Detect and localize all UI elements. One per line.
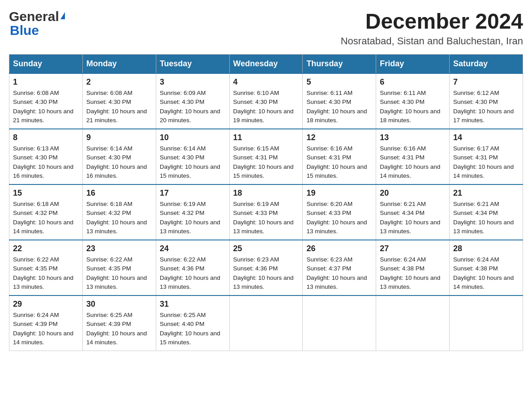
day-number: 28 [453, 244, 519, 253]
day-info: Sunrise: 6:23 AM Sunset: 4:37 PM Dayligh… [306, 255, 372, 291]
day-info: Sunrise: 6:08 AM Sunset: 4:30 PM Dayligh… [13, 89, 79, 125]
day-info: Sunrise: 6:22 AM Sunset: 4:35 PM Dayligh… [86, 255, 152, 291]
calendar-cell [376, 295, 450, 351]
day-number: 6 [380, 77, 446, 87]
day-number: 15 [13, 188, 79, 198]
day-number: 22 [13, 244, 79, 253]
day-number: 9 [86, 133, 152, 142]
calendar-cell: 27 Sunrise: 6:24 AM Sunset: 4:38 PM Dayl… [376, 240, 450, 295]
day-info: Sunrise: 6:18 AM Sunset: 4:32 PM Dayligh… [86, 200, 152, 236]
day-info: Sunrise: 6:25 AM Sunset: 4:40 PM Dayligh… [160, 311, 226, 347]
calendar-cell: 20 Sunrise: 6:21 AM Sunset: 4:34 PM Dayl… [376, 184, 450, 240]
day-info: Sunrise: 6:16 AM Sunset: 4:31 PM Dayligh… [306, 144, 372, 180]
day-number: 3 [160, 77, 226, 87]
calendar-cell: 29 Sunrise: 6:24 AM Sunset: 4:39 PM Dayl… [9, 295, 83, 351]
column-header-tuesday: Tuesday [156, 55, 229, 74]
day-number: 14 [453, 133, 519, 142]
day-info: Sunrise: 6:23 AM Sunset: 4:36 PM Dayligh… [233, 255, 299, 291]
title-area: December 2024 Nosratabad, Sistan and Bal… [341, 9, 523, 47]
day-info: Sunrise: 6:22 AM Sunset: 4:35 PM Dayligh… [13, 255, 79, 291]
calendar-cell: 26 Sunrise: 6:23 AM Sunset: 4:37 PM Dayl… [303, 240, 376, 295]
day-info: Sunrise: 6:19 AM Sunset: 4:32 PM Dayligh… [160, 200, 226, 236]
calendar-cell: 22 Sunrise: 6:22 AM Sunset: 4:35 PM Dayl… [9, 240, 83, 295]
calendar-cell: 30 Sunrise: 6:25 AM Sunset: 4:39 PM Dayl… [82, 295, 156, 351]
day-info: Sunrise: 6:08 AM Sunset: 4:30 PM Dayligh… [86, 89, 152, 125]
day-info: Sunrise: 6:24 AM Sunset: 4:38 PM Dayligh… [380, 255, 446, 291]
calendar-cell: 18 Sunrise: 6:19 AM Sunset: 4:33 PM Dayl… [229, 184, 303, 240]
calendar-week-row: 15 Sunrise: 6:18 AM Sunset: 4:32 PM Dayl… [9, 184, 523, 240]
day-number: 20 [380, 188, 446, 198]
column-header-saturday: Saturday [450, 55, 523, 74]
day-info: Sunrise: 6:25 AM Sunset: 4:39 PM Dayligh… [86, 311, 152, 347]
day-info: Sunrise: 6:20 AM Sunset: 4:33 PM Dayligh… [306, 200, 372, 236]
calendar-cell: 3 Sunrise: 6:09 AM Sunset: 4:30 PM Dayli… [156, 73, 229, 129]
day-number: 25 [233, 244, 299, 253]
day-number: 30 [86, 300, 152, 309]
day-info: Sunrise: 6:10 AM Sunset: 4:30 PM Dayligh… [233, 89, 299, 125]
day-info: Sunrise: 6:24 AM Sunset: 4:38 PM Dayligh… [453, 255, 519, 291]
day-info: Sunrise: 6:19 AM Sunset: 4:33 PM Dayligh… [233, 200, 299, 236]
calendar-cell [450, 295, 523, 351]
logo-triangle-icon [60, 12, 65, 19]
day-info: Sunrise: 6:16 AM Sunset: 4:31 PM Dayligh… [380, 144, 446, 180]
calendar-cell: 21 Sunrise: 6:21 AM Sunset: 4:34 PM Dayl… [450, 184, 523, 240]
day-number: 10 [160, 133, 226, 142]
calendar-cell: 10 Sunrise: 6:14 AM Sunset: 4:30 PM Dayl… [156, 129, 229, 184]
day-number: 4 [233, 77, 299, 87]
day-number: 13 [380, 133, 446, 142]
calendar-cell: 11 Sunrise: 6:15 AM Sunset: 4:31 PM Dayl… [229, 129, 303, 184]
day-number: 18 [233, 188, 299, 198]
day-number: 19 [306, 188, 372, 198]
day-info: Sunrise: 6:18 AM Sunset: 4:32 PM Dayligh… [13, 200, 79, 236]
day-info: Sunrise: 6:21 AM Sunset: 4:34 PM Dayligh… [453, 200, 519, 236]
calendar-week-row: 22 Sunrise: 6:22 AM Sunset: 4:35 PM Dayl… [9, 240, 523, 295]
calendar-cell: 7 Sunrise: 6:12 AM Sunset: 4:30 PM Dayli… [450, 73, 523, 129]
column-header-thursday: Thursday [303, 55, 376, 74]
calendar-cell: 14 Sunrise: 6:17 AM Sunset: 4:31 PM Dayl… [450, 129, 523, 184]
day-info: Sunrise: 6:17 AM Sunset: 4:31 PM Dayligh… [453, 144, 519, 180]
calendar-table: SundayMondayTuesdayWednesdayThursdayFrid… [9, 54, 523, 351]
day-info: Sunrise: 6:11 AM Sunset: 4:30 PM Dayligh… [380, 89, 446, 125]
calendar-cell: 17 Sunrise: 6:19 AM Sunset: 4:32 PM Dayl… [156, 184, 229, 240]
calendar-cell: 15 Sunrise: 6:18 AM Sunset: 4:32 PM Dayl… [9, 184, 83, 240]
day-number: 31 [160, 300, 226, 309]
day-info: Sunrise: 6:21 AM Sunset: 4:34 PM Dayligh… [380, 200, 446, 236]
day-info: Sunrise: 6:22 AM Sunset: 4:36 PM Dayligh… [160, 255, 226, 291]
calendar-cell: 31 Sunrise: 6:25 AM Sunset: 4:40 PM Dayl… [156, 295, 229, 351]
day-number: 12 [306, 133, 372, 142]
calendar-cell: 9 Sunrise: 6:14 AM Sunset: 4:30 PM Dayli… [82, 129, 156, 184]
day-number: 17 [160, 188, 226, 198]
day-number: 5 [306, 77, 372, 87]
month-title: December 2024 [341, 9, 523, 34]
day-number: 27 [380, 244, 446, 253]
day-number: 7 [453, 77, 519, 87]
day-number: 23 [86, 244, 152, 253]
day-info: Sunrise: 6:14 AM Sunset: 4:30 PM Dayligh… [86, 144, 152, 180]
day-number: 21 [453, 188, 519, 198]
day-info: Sunrise: 6:15 AM Sunset: 4:31 PM Dayligh… [233, 144, 299, 180]
day-info: Sunrise: 6:12 AM Sunset: 4:30 PM Dayligh… [453, 89, 519, 125]
calendar-cell: 12 Sunrise: 6:16 AM Sunset: 4:31 PM Dayl… [303, 129, 376, 184]
calendar-cell: 16 Sunrise: 6:18 AM Sunset: 4:32 PM Dayl… [82, 184, 156, 240]
calendar-week-row: 8 Sunrise: 6:13 AM Sunset: 4:30 PM Dayli… [9, 129, 523, 184]
calendar-cell: 13 Sunrise: 6:16 AM Sunset: 4:31 PM Dayl… [376, 129, 450, 184]
day-info: Sunrise: 6:14 AM Sunset: 4:30 PM Dayligh… [160, 144, 226, 180]
calendar-cell [229, 295, 303, 351]
calendar-cell: 8 Sunrise: 6:13 AM Sunset: 4:30 PM Dayli… [9, 129, 83, 184]
day-number: 1 [13, 77, 79, 87]
day-number: 16 [86, 188, 152, 198]
calendar-cell: 25 Sunrise: 6:23 AM Sunset: 4:36 PM Dayl… [229, 240, 303, 295]
calendar-cell: 2 Sunrise: 6:08 AM Sunset: 4:30 PM Dayli… [82, 73, 156, 129]
day-info: Sunrise: 6:13 AM Sunset: 4:30 PM Dayligh… [13, 144, 79, 180]
calendar-cell: 1 Sunrise: 6:08 AM Sunset: 4:30 PM Dayli… [9, 73, 83, 129]
column-header-wednesday: Wednesday [229, 55, 303, 74]
calendar-cell: 24 Sunrise: 6:22 AM Sunset: 4:36 PM Dayl… [156, 240, 229, 295]
day-info: Sunrise: 6:24 AM Sunset: 4:39 PM Dayligh… [13, 311, 79, 347]
location-title: Nosratabad, Sistan and Baluchestan, Iran [341, 35, 523, 47]
calendar-cell: 23 Sunrise: 6:22 AM Sunset: 4:35 PM Dayl… [82, 240, 156, 295]
column-header-sunday: Sunday [9, 55, 83, 74]
calendar-cell: 19 Sunrise: 6:20 AM Sunset: 4:33 PM Dayl… [303, 184, 376, 240]
logo-general-text: General [9, 9, 59, 24]
day-number: 2 [86, 77, 152, 87]
calendar-cell [303, 295, 376, 351]
